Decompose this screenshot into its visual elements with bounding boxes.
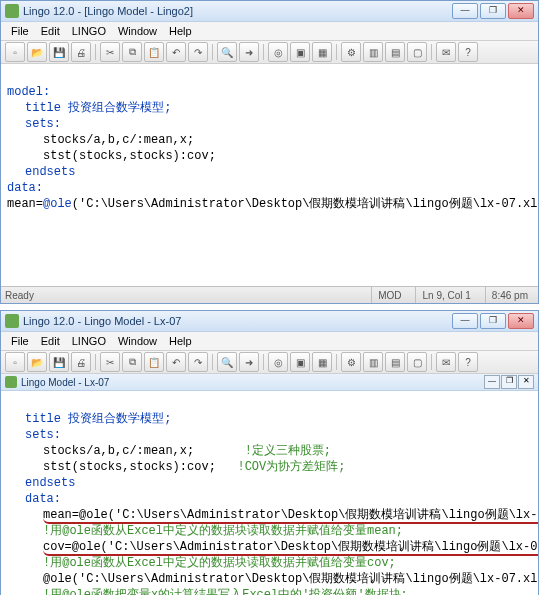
solve-icon[interactable]: ◎ — [268, 352, 288, 372]
code-line: stst(stocks,stocks):cov; — [7, 148, 216, 164]
menubar: File Edit LINGO Window Help — [1, 22, 538, 41]
menu-lingo[interactable]: LINGO — [66, 335, 112, 347]
toolbar: ▫ 📂 💾 🖨 ✂ ⧉ 📋 ↶ ↷ 🔍 ➜ ◎ ▣ ▦ ⚙ ▥ ▤ ▢ ✉ ? — [1, 351, 538, 374]
app-icon — [5, 314, 19, 328]
print-icon[interactable]: 🖨 — [71, 352, 91, 372]
open-icon[interactable]: 📂 — [27, 352, 47, 372]
mdi-minimize-button[interactable]: — — [484, 375, 500, 389]
mdi-close-button[interactable]: ✕ — [518, 375, 534, 389]
help-icon[interactable]: ? — [458, 42, 478, 62]
code-line: mean= — [7, 197, 43, 211]
options-icon[interactable]: ⚙ — [341, 352, 361, 372]
comment: !定义三种股票; — [245, 444, 331, 458]
comment: !用@ole函数把变量x的计算结果写入Excel中的'投资份额'数据块; — [7, 587, 408, 595]
goto-icon[interactable]: ➜ — [239, 42, 259, 62]
matrix-icon[interactable]: ▦ — [312, 42, 332, 62]
menu-help[interactable]: Help — [163, 335, 198, 347]
titlebar[interactable]: Lingo 12.0 - [Lingo Model - Lingo2] — ❐ … — [1, 1, 538, 22]
kw-sets: sets: — [7, 427, 61, 443]
copy-icon[interactable]: ⧉ — [122, 352, 142, 372]
titlebar[interactable]: Lingo 12.0 - Lingo Model - Lx-07 — ❐ ✕ — [1, 311, 538, 332]
kw-endsets: endsets — [7, 475, 75, 491]
undo-icon[interactable]: ↶ — [166, 42, 186, 62]
code-line: cov — [43, 540, 65, 554]
solution-icon[interactable]: ▣ — [290, 42, 310, 62]
new-icon[interactable]: ▫ — [5, 42, 25, 62]
window-1: Lingo 12.0 - [Lingo Model - Lingo2] — ❐ … — [0, 0, 539, 304]
send-icon[interactable]: ✉ — [436, 42, 456, 62]
maximize-button[interactable]: ❐ — [480, 3, 506, 19]
menu-file[interactable]: File — [5, 25, 35, 37]
menu-edit[interactable]: Edit — [35, 25, 66, 37]
kw-title: title 投资组合数学模型; — [7, 411, 171, 427]
help-icon[interactable]: ? — [458, 352, 478, 372]
close-all-icon[interactable]: ▢ — [407, 42, 427, 62]
save-icon[interactable]: 💾 — [49, 42, 69, 62]
mdi-child-titlebar[interactable]: Lingo Model - Lx-07 — ❐ ✕ — [1, 374, 538, 391]
window-controls: — ❐ ✕ — [452, 313, 534, 329]
undo-icon[interactable]: ↶ — [166, 352, 186, 372]
window-cascade-icon[interactable]: ▤ — [385, 42, 405, 62]
paste-icon[interactable]: 📋 — [144, 42, 164, 62]
redo-icon[interactable]: ↷ — [188, 352, 208, 372]
toolbar: ▫ 📂 💾 🖨 ✂ ⧉ 📋 ↶ ↷ 🔍 ➜ ◎ ▣ ▦ ⚙ ▥ ▤ ▢ ✉ ? — [1, 41, 538, 64]
window-tile-icon[interactable]: ▥ — [363, 42, 383, 62]
doc-icon — [5, 376, 17, 388]
close-button[interactable]: ✕ — [508, 3, 534, 19]
copy-icon[interactable]: ⧉ — [122, 42, 142, 62]
mdi-maximize-button[interactable]: ❐ — [501, 375, 517, 389]
menu-file[interactable]: File — [5, 335, 35, 347]
cut-icon[interactable]: ✂ — [100, 42, 120, 62]
kw-endsets: endsets — [7, 164, 75, 180]
paste-icon[interactable]: 📋 — [144, 352, 164, 372]
minimize-button[interactable]: — — [452, 313, 478, 329]
window-2: Lingo 12.0 - Lingo Model - Lx-07 — ❐ ✕ F… — [0, 310, 539, 595]
cut-icon[interactable]: ✂ — [100, 352, 120, 372]
solution-icon[interactable]: ▣ — [290, 352, 310, 372]
menu-edit[interactable]: Edit — [35, 335, 66, 347]
mdi-child-title: Lingo Model - Lx-07 — [21, 377, 484, 388]
menubar: File Edit LINGO Window Help — [1, 332, 538, 351]
comment: !用@ole函数从Excel中定义的数据块读取数据并赋值给变量mean; — [7, 523, 403, 539]
underline-mark: mean=@ole('C:\Users\Administrator\Deskto… — [43, 508, 538, 524]
solve-icon[interactable]: ◎ — [268, 42, 288, 62]
menu-window[interactable]: Window — [112, 25, 163, 37]
new-icon[interactable]: ▫ — [5, 352, 25, 372]
minimize-button[interactable]: — — [452, 3, 478, 19]
send-icon[interactable]: ✉ — [436, 352, 456, 372]
code-line: stocks/a,b,c/:mean,x; — [7, 132, 194, 148]
statusbar: Ready MOD Ln 9, Col 1 8:46 pm — [1, 286, 538, 303]
maximize-button[interactable]: ❐ — [480, 313, 506, 329]
code-editor[interactable]: model: title 投资组合数学模型; sets: stocks/a,b,… — [1, 64, 538, 286]
kw-sets: sets: — [7, 116, 61, 132]
window-cascade-icon[interactable]: ▤ — [385, 352, 405, 372]
close-all-icon[interactable]: ▢ — [407, 352, 427, 372]
goto-icon[interactable]: ➜ — [239, 352, 259, 372]
menu-help[interactable]: Help — [163, 25, 198, 37]
menu-window[interactable]: Window — [112, 335, 163, 347]
code-line: stst(stocks,stocks):cov; — [43, 460, 216, 474]
code-editor[interactable]: title 投资组合数学模型; sets: stocks/a,b,c/:mean… — [1, 391, 538, 595]
kw-data: data: — [7, 491, 61, 507]
window-title: Lingo 12.0 - [Lingo Model - Lingo2] — [23, 5, 452, 17]
find-icon[interactable]: 🔍 — [217, 352, 237, 372]
kw-model: model: — [7, 85, 50, 99]
menu-lingo[interactable]: LINGO — [66, 25, 112, 37]
save-icon[interactable]: 💾 — [49, 352, 69, 372]
status-mod: MOD — [371, 287, 407, 303]
find-icon[interactable]: 🔍 — [217, 42, 237, 62]
comment: !用@ole函数从Excel中定义的数据块读取数据并赋值给变量cov; — [7, 555, 396, 571]
open-icon[interactable]: 📂 — [27, 42, 47, 62]
close-button[interactable]: ✕ — [508, 313, 534, 329]
matrix-icon[interactable]: ▦ — [312, 352, 332, 372]
window-controls: — ❐ ✕ — [452, 3, 534, 19]
kw-data: data: — [7, 181, 43, 195]
window-title: Lingo 12.0 - Lingo Model - Lx-07 — [23, 315, 452, 327]
print-icon[interactable]: 🖨 — [71, 42, 91, 62]
window-tile-icon[interactable]: ▥ — [363, 352, 383, 372]
redo-icon[interactable]: ↷ — [188, 42, 208, 62]
app-icon — [5, 4, 19, 18]
status-time: 8:46 pm — [485, 287, 534, 303]
fn-ole: @ole — [43, 197, 72, 211]
options-icon[interactable]: ⚙ — [341, 42, 361, 62]
